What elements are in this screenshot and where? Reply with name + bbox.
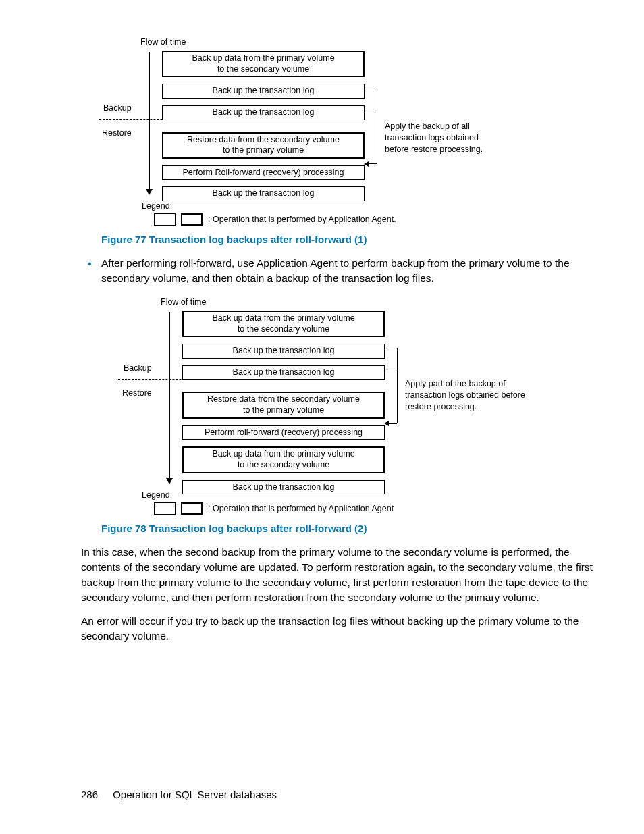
timeline-arrow xyxy=(149,52,150,190)
figure-77-caption: Figure 77 Transaction log backups after … xyxy=(101,234,597,245)
legend-thick-box-icon-2 xyxy=(181,502,203,515)
page-number: 286 xyxy=(81,789,98,800)
phase-backup-label-2: Backup xyxy=(124,363,152,373)
flow-of-time-label-2: Flow of time xyxy=(161,297,597,307)
op-box-restore-secondary-2: Restore data from the secondary volume t… xyxy=(182,392,385,418)
op-box-backup-tlog-2b: Back up the transaction log xyxy=(182,365,385,380)
op-box-backup-primary-3: Back up data from the primary volume to … xyxy=(182,446,385,473)
op-box-backup-primary-2: Back up data from the primary volume to … xyxy=(182,311,385,337)
phase-backup-label: Backup xyxy=(103,103,132,113)
figure-78-caption: Figure 78 Transaction log backups after … xyxy=(101,523,597,534)
paragraph-error-warning: An error will occur if you try to back u… xyxy=(81,614,597,644)
bullet-after-rollforward: After performing roll-forward, use Appli… xyxy=(81,256,597,286)
diagram1-annotation: Apply the backup of all transaction logs… xyxy=(385,121,503,155)
op-box-backup-tlog-2: Back up the transaction log xyxy=(162,105,365,120)
phase-restore-label: Restore xyxy=(102,128,132,138)
diagram2-annotation: Apply part of the backup of transaction … xyxy=(405,378,530,413)
legend-thick-box-icon xyxy=(181,213,203,226)
page-footer: 286 Operation for SQL Server databases xyxy=(81,789,277,800)
legend-thin-box-icon-2 xyxy=(154,502,176,515)
op-box-backup-tlog-3: Back up the transaction log xyxy=(162,186,365,201)
op-box-restore-secondary: Restore data from the secondary volume t… xyxy=(162,132,365,159)
legend-thin-box-icon xyxy=(154,213,176,226)
op-box-backup-tlog-1b: Back up the transaction log xyxy=(182,344,385,359)
figure-77-diagram: Flow of time Backup Restore Back up data… xyxy=(111,37,597,226)
op-box-backup-tlog-3b: Back up the transaction log xyxy=(182,480,385,495)
op-box-rollforward-2: Perform roll-forward (recovery) processi… xyxy=(182,425,385,440)
op-box-backup-tlog-1: Back up the transaction log xyxy=(162,84,365,99)
arrowhead-icon xyxy=(146,189,153,195)
arrowhead-icon-2 xyxy=(166,478,173,484)
timeline-arrow-2 xyxy=(169,312,170,479)
op-box-rollforward: Perform Roll-forward (recovery) processi… xyxy=(162,165,365,180)
chapter-title: Operation for SQL Server databases xyxy=(113,789,277,800)
phase-restore-label-2: Restore xyxy=(122,388,152,398)
op-box-backup-primary: Back up data from the primary volume to … xyxy=(162,51,365,77)
figure-78-diagram: Flow of time Backup Restore Back up data… xyxy=(132,297,597,515)
paragraph-secondary-update: In this case, when the second backup fro… xyxy=(81,545,597,606)
flow-of-time-label: Flow of time xyxy=(140,37,597,47)
